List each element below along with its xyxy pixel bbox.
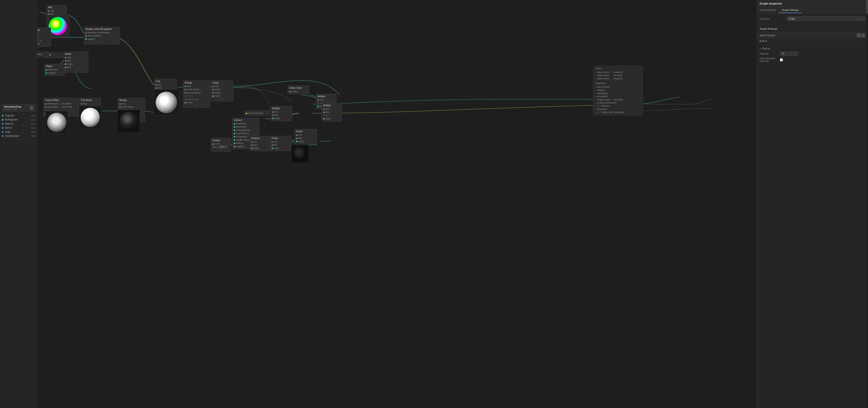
vertex-fragment-block: Vertex • Object Space → Position(3) • Ob… bbox=[593, 66, 643, 116]
object-node[interactable]: Object Position(3) Scale(3) bbox=[44, 64, 65, 76]
remap2-preview bbox=[117, 110, 140, 132]
divide2-node[interactable]: Divide A(1) B(1) Out(1) bbox=[294, 129, 317, 144]
scrollbar-track[interactable] bbox=[866, 0, 868, 408]
black-sphere-preview bbox=[291, 145, 309, 163]
divide-node[interactable]: Divide A(3) B(3) Out(3) B(3) ▼ bbox=[63, 52, 88, 73]
separator2 bbox=[760, 44, 865, 44]
left-sidebar: VolumetricFog Shader Graph + FogColor Co… bbox=[0, 0, 37, 408]
precision-section: Precision Single ▼ bbox=[757, 13, 868, 24]
shader-graph-header: VolumetricFog Shader Graph + bbox=[2, 104, 35, 112]
rainbow-sphere bbox=[49, 17, 67, 35]
fog-color-prop[interactable]: FogColor Color bbox=[2, 114, 35, 118]
precision-row: Precision Single ▼ bbox=[760, 15, 865, 22]
multiply4-node[interactable]: Multiply A(1) B(1) X: 0.5 Out(1) bbox=[322, 103, 342, 122]
fresnel-preview bbox=[45, 111, 68, 133]
simplex-noise-node[interactable]: Simplex noise 3D gradient Sampling Coord… bbox=[84, 27, 120, 44]
clamp-node[interactable]: Clamp In(1) Min(1) Max(1) Out(1) ▼ bbox=[211, 81, 233, 101]
tab-node-settings[interactable]: Node Settings bbox=[757, 7, 779, 13]
space-world2-node[interactable]: Space World ▼ ▼ bbox=[211, 145, 231, 152]
target-settings-section: Target Settings bbox=[757, 24, 868, 32]
built-in-target[interactable]: Built-In bbox=[757, 39, 868, 43]
remove-target-button[interactable]: − bbox=[861, 33, 865, 37]
material-row: Material Lit ▼ bbox=[760, 51, 865, 56]
scale-prop[interactable]: Scale Float bbox=[2, 130, 35, 134]
tab-graph-settings[interactable]: Graph Settings bbox=[779, 7, 802, 13]
allow-material-override-row: Allow Material Override bbox=[760, 56, 865, 63]
power-node[interactable]: Power A(1) B(1) Out(1) bbox=[270, 136, 291, 151]
white-sphere-large bbox=[156, 92, 177, 113]
connections-overlay bbox=[0, 0, 756, 408]
black-sphere bbox=[293, 147, 308, 161]
inspector-tabs: Node Settings Graph Settings bbox=[757, 7, 868, 13]
material-select[interactable]: Lit ▼ bbox=[780, 52, 798, 56]
inner-emission-prop[interactable]: InnerEmission Float bbox=[2, 134, 35, 138]
near-cut-prop[interactable]: NearCut Float bbox=[2, 122, 35, 126]
active-targets-header: Active Targets + − bbox=[757, 32, 868, 39]
gray-sphere bbox=[47, 113, 66, 132]
far-fog-color-prop[interactable]: FarFogColor Color bbox=[2, 118, 35, 122]
properties-list: FogColor Color FarFogColor Color NearCut… bbox=[2, 114, 35, 138]
add-property-button[interactable]: + bbox=[30, 106, 33, 109]
inner-emission-node[interactable]: InnerEmission(1) bbox=[244, 111, 269, 116]
vertex-color-node[interactable]: Vertex Color Out(4) bbox=[288, 86, 309, 94]
scrollbar-thumb[interactable] bbox=[866, 0, 868, 13]
lerp-preview bbox=[153, 89, 179, 116]
graph-inspector-title: Graph Inspector bbox=[757, 0, 868, 7]
add-target-button[interactable]: + bbox=[857, 33, 861, 37]
node-graph-canvas[interactable]: Position Out(3) Space World ▼ Add A(3) B… bbox=[0, 0, 756, 408]
multiply2-node[interactable]: Multiply A(1) B(1) Out(1) bbox=[271, 106, 292, 121]
built-in-section: ▼ Built-In Material Lit ▼ Allow Material… bbox=[757, 45, 868, 65]
white-sphere2 bbox=[81, 108, 100, 127]
allow-material-override-checkbox[interactable] bbox=[780, 58, 783, 61]
remap-node[interactable]: Remap In(1) In Min Max(2) Out Min Max(2)… bbox=[183, 81, 210, 108]
precision-select[interactable]: Single ▼ bbox=[787, 17, 865, 21]
active-targets-controls: + − bbox=[857, 33, 865, 37]
far-cut-prop[interactable]: FarCut Float bbox=[2, 126, 35, 130]
distance-node[interactable]: Distance A(1) B(1) Out(1) bbox=[250, 136, 271, 151]
right-panel: Graph Inspector Node Settings Graph Sett… bbox=[756, 0, 868, 408]
dark-sphere bbox=[119, 112, 138, 131]
one-minus-preview bbox=[79, 106, 101, 129]
built-in-header: ▼ Built-In bbox=[760, 47, 865, 51]
